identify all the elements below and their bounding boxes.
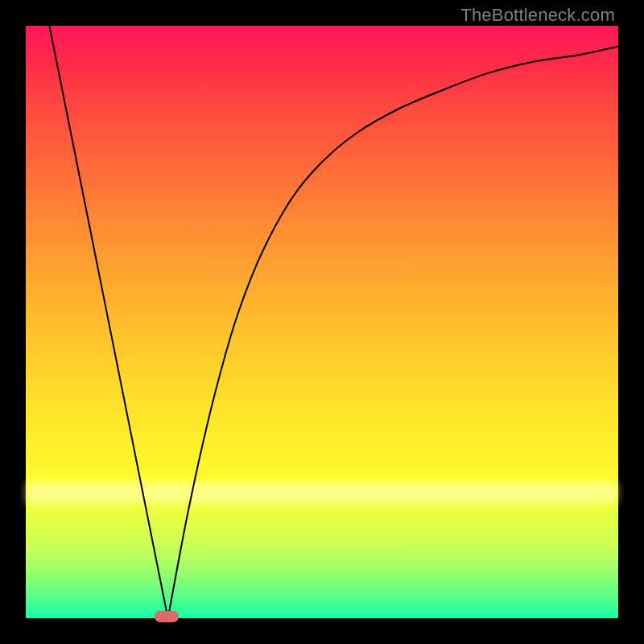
chart-lines bbox=[26, 26, 618, 618]
optimal-marker bbox=[155, 611, 179, 622]
series-right-curve bbox=[168, 47, 618, 618]
plot-area bbox=[26, 26, 618, 618]
watermark-text: TheBottleneck.com bbox=[460, 5, 615, 26]
series-left-linear bbox=[49, 26, 167, 618]
